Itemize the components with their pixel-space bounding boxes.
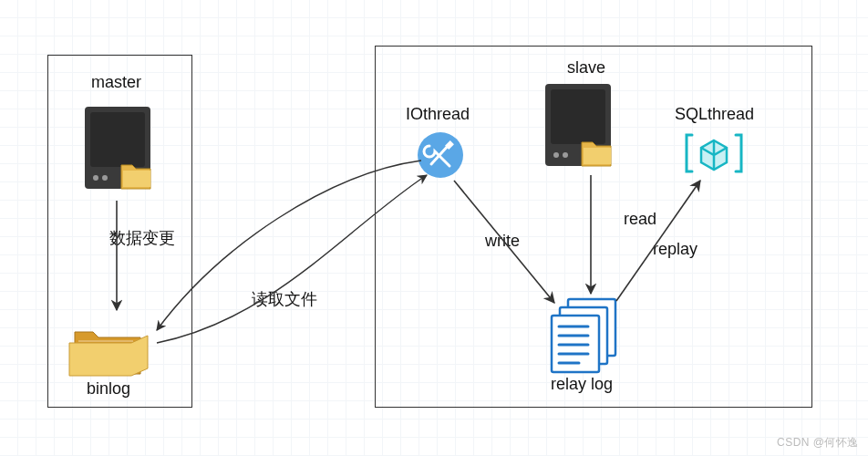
slave-title: slave: [567, 58, 605, 78]
data-change-label: 数据变更: [109, 227, 175, 249]
slave-box: [375, 46, 812, 408]
master-title: master: [91, 73, 141, 92]
write-label: write: [485, 232, 520, 251]
diagram-canvas: master slave IOthread SQLthread binlog r…: [0, 0, 868, 456]
replay-label: replay: [653, 240, 698, 259]
iothread-label: IOthread: [406, 105, 470, 124]
read-label: read: [624, 210, 656, 229]
relaylog-label: relay log: [551, 375, 613, 394]
read-file-label: 读取文件: [252, 288, 317, 310]
watermark: CSDN @何怀逸: [777, 435, 859, 451]
binlog-label: binlog: [87, 379, 130, 399]
sqlthread-label: SQLthread: [675, 105, 754, 124]
